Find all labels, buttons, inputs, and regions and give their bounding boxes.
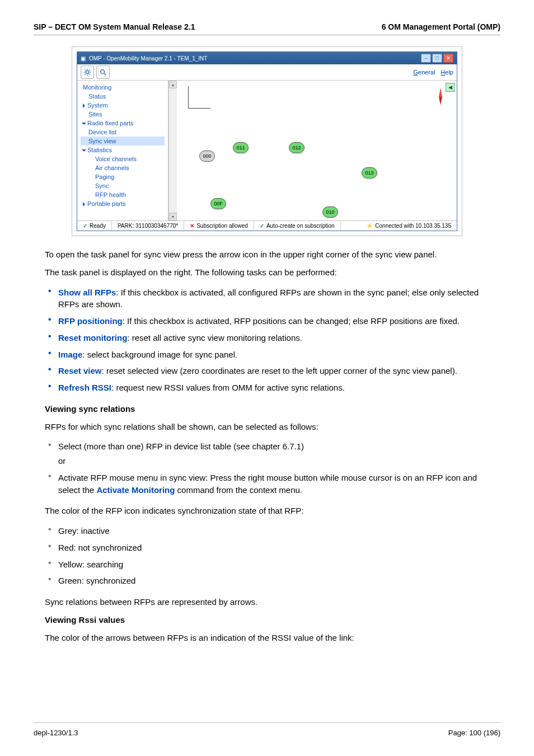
footer: depl-1230/1.3 Page: 100 (196) (34, 722, 500, 737)
footer-right: Page: 100 (196) (448, 729, 500, 737)
minimize-icon[interactable]: – (421, 54, 431, 63)
paragraph: RFPs for which sync relations shall be s… (45, 421, 489, 433)
toolbar: GGeneraleneral HHelpelp (77, 64, 457, 81)
tree-voice[interactable]: Voice channels (81, 154, 165, 163)
list-item: Refresh RSSI: request new RSSI values fr… (45, 379, 489, 396)
svg-line-10 (104, 73, 106, 76)
list-item: Image: select background image for sync … (45, 346, 489, 363)
tree-status[interactable]: Status (81, 92, 165, 101)
tree-portable[interactable]: Portable parts (81, 199, 165, 208)
status-ready: ✓Ready (77, 221, 112, 231)
paragraph: The task panel is displayed on the right… (45, 266, 489, 279)
status-park: PARK: 3110030346770* (112, 221, 184, 231)
app-window: ▣ OMP - OpenMobility Manager 2.1 - TEM_1… (77, 51, 457, 231)
status-auto-create: ✓Auto-create on subscription (254, 221, 341, 231)
rfp-node[interactable]: 011 (233, 142, 249, 153)
search-icon[interactable] (96, 65, 110, 79)
svg-line-6 (89, 74, 90, 74)
tree-system[interactable]: System (81, 101, 165, 110)
window-title: OMP - OpenMobility Manager 2.1 - TEM_1_I… (89, 55, 207, 62)
status-connected: ⚡Connected with 10.103.35.135 (360, 221, 457, 231)
rfp-node[interactable]: 00F (210, 198, 226, 209)
list-item: Activate RFP mouse menu in sync view: Pr… (45, 469, 489, 499)
list-item: Green: synchronized (45, 572, 489, 589)
rfp-node[interactable]: 013 (362, 167, 377, 179)
list-item: Reset view: reset selected view (zero co… (45, 363, 489, 379)
close-icon[interactable]: ✕ (443, 54, 453, 63)
tree-air[interactable]: Air channels (81, 163, 165, 172)
compass-icon (432, 88, 449, 105)
paragraph: The color of the arrows between RFPs is … (45, 632, 489, 644)
tree-statistics[interactable]: Statistics (81, 145, 165, 154)
subheading: Viewing Rssi values (45, 614, 489, 626)
svg-line-5 (85, 70, 86, 71)
status-bar: ✓Ready PARK: 3110030346770* ✕Subscriptio… (77, 220, 457, 231)
tree-sync[interactable]: Sync (81, 181, 165, 190)
svg-marker-12 (439, 88, 442, 97)
subheading: Viewing sync relations (45, 403, 489, 415)
status-subscription: ✕Subscription allowed (184, 221, 254, 231)
header-left: SIP – DECT OM System Manual Release 2.1 (34, 22, 195, 31)
svg-line-8 (89, 70, 90, 71)
tree-rfp[interactable]: Radio fixed parts (81, 119, 165, 128)
tree-sites[interactable]: Sites (81, 110, 165, 119)
tree-device-list[interactable]: Device list (81, 128, 165, 137)
body-text: To open the task panel for sync view pre… (45, 248, 489, 644)
rfp-node[interactable]: 010 (322, 206, 338, 218)
menu-general[interactable]: GGeneraleneral (413, 69, 435, 76)
tree-sync-view[interactable]: Sync view (81, 137, 165, 145)
paragraph: Sync relations between RFPs are represen… (45, 596, 489, 608)
maximize-icon[interactable]: □ (432, 54, 442, 63)
app-icon: ▣ (81, 55, 86, 62)
gear-icon[interactable] (81, 65, 94, 79)
paragraph: The color of the RFP icon indicates sync… (45, 505, 489, 517)
tree-rfp-health[interactable]: RFP health (81, 190, 165, 199)
scroll-up-icon[interactable]: ▴ (169, 81, 177, 88)
title-bar[interactable]: ▣ OMP - OpenMobility Manager 2.1 - TEM_1… (77, 52, 457, 64)
tree-paging[interactable]: Paging (81, 172, 165, 181)
list-item: RFP positioning: If this checkbox is act… (45, 313, 489, 330)
list-item: Reset monitoring: reset all active sync … (45, 330, 489, 346)
svg-point-0 (86, 71, 88, 73)
scroll-down-icon[interactable]: ▾ (169, 213, 177, 220)
list-item: Grey: inactive (45, 523, 489, 539)
svg-line-7 (85, 74, 86, 74)
tree-monitoring[interactable]: Monitoring (81, 83, 165, 92)
list-item: Show all RFPs: If this checkbox is activ… (45, 284, 489, 313)
rfp-node[interactable]: 012 (289, 142, 305, 153)
axis-icon (188, 86, 189, 109)
nav-tree[interactable]: Monitoring Status System Sites Radio fix… (77, 81, 168, 220)
menu-help[interactable]: HHelpelp (441, 69, 453, 76)
figure: ▣ OMP - OpenMobility Manager 2.1 - TEM_1… (72, 46, 462, 236)
running-header: SIP – DECT OM System Manual Release 2.1 … (34, 22, 500, 35)
footer-left: depl-1230/1.3 (34, 729, 78, 737)
paragraph: To open the task panel for sync view pre… (45, 248, 489, 261)
list-item: Yellow: searching (45, 556, 489, 573)
list-item: Red: not synchronized (45, 539, 489, 556)
sync-canvas[interactable]: ◀ 000 011 012 013 00F 010 (177, 81, 457, 220)
rfp-node[interactable]: 000 (199, 151, 215, 162)
or-text: or (58, 455, 489, 467)
svg-point-9 (101, 70, 105, 74)
header-right: 6 OM Management Portal (OMP) (382, 22, 500, 31)
tree-scrollbar[interactable]: ▴ ▾ (168, 81, 177, 220)
list-item: Select (more than one) RFP in device lis… (45, 438, 489, 469)
